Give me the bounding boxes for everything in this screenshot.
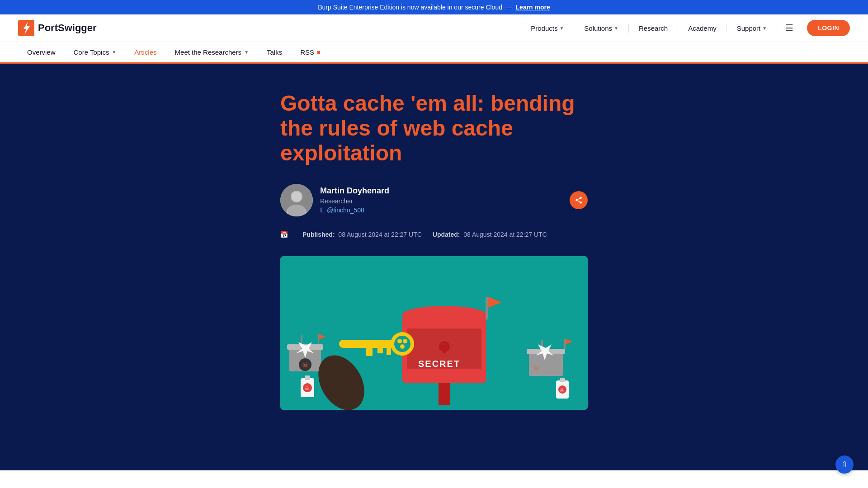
subnav-core-topics[interactable]: Core Topics ▼ [65, 42, 126, 64]
author-name[interactable]: Martin Doyhenard [320, 186, 389, 196]
article-image: ☠ SECRET [280, 256, 588, 410]
svg-rect-23 [443, 347, 446, 353]
nav-support[interactable]: Support ▼ [732, 22, 771, 35]
login-button[interactable]: LOGIN [807, 20, 850, 36]
nav-separator-3 [678, 23, 678, 33]
announcement-text: Burp Suite Enterprise Edition is now ava… [318, 4, 502, 11]
calendar-icon: 📅 [280, 231, 288, 238]
author-twitter-handle: @tincho_508 [327, 206, 364, 214]
svg-point-38 [394, 336, 410, 352]
svg-rect-50 [560, 378, 565, 382]
site-header: PortSwigger Products ▼ Solutions ▼ Resea… [0, 14, 868, 42]
author-section: Martin Doyhenard Researcher 𝕃 @tincho_50… [280, 184, 588, 216]
svg-line-10 [577, 201, 580, 202]
nav-separator-2 [628, 23, 629, 33]
article-image-wrapper: ☠ SECRET [262, 256, 606, 410]
logo[interactable]: PortSwigger [18, 20, 97, 36]
svg-point-42 [397, 339, 402, 343]
author-twitter-link[interactable]: 𝕃 @tincho_508 [320, 206, 389, 214]
svg-point-5 [292, 192, 302, 202]
article-meta: 📅 Published: 08 August 2024 at 22:27 UTC… [280, 231, 588, 238]
chevron-up-icon: ⇧ [841, 460, 848, 469]
svg-text:☠: ☠ [533, 364, 540, 371]
announcement-link[interactable]: Learn more [516, 4, 550, 11]
solutions-chevron-icon: ▼ [614, 26, 618, 31]
products-chevron-icon: ▼ [559, 26, 564, 31]
scroll-to-top-button[interactable]: ⇧ [835, 455, 854, 470]
svg-point-43 [403, 339, 407, 343]
article-title: Gotta cache 'em all: bending the rules o… [280, 91, 588, 166]
rss-icon: ■ [317, 49, 321, 56]
svg-rect-36 [339, 340, 398, 348]
svg-point-44 [400, 344, 405, 349]
svg-text:☠: ☠ [305, 385, 309, 391]
article-header: Gotta cache 'em all: bending the rules o… [262, 91, 606, 238]
svg-point-25 [402, 306, 486, 324]
mailbox-illustration: ☠ SECRET [280, 256, 588, 410]
svg-text:SECRET: SECRET [418, 359, 460, 369]
svg-rect-46 [305, 375, 310, 380]
svg-rect-18 [318, 334, 319, 344]
logo-icon [18, 20, 34, 36]
nav-research[interactable]: Research [634, 22, 672, 35]
svg-rect-27 [486, 297, 488, 319]
svg-point-8 [576, 199, 578, 201]
author-role: Researcher [320, 197, 389, 205]
nav-solutions[interactable]: Solutions ▼ [580, 22, 623, 35]
subnav-meet-researchers[interactable]: Meet the Researchers ▼ [166, 42, 258, 64]
main-content: Gotta cache 'em all: bending the rules o… [0, 64, 868, 470]
svg-rect-33 [564, 339, 566, 349]
twitter-icon: 𝕃 [320, 206, 324, 214]
nav-separator-1 [574, 23, 574, 33]
svg-rect-26 [439, 383, 450, 405]
author-details: Martin Doyhenard Researcher 𝕃 @tincho_50… [320, 186, 389, 214]
published-label: Published: 08 August 2024 at 22:27 UTC [302, 231, 422, 238]
article-illustration: ☠ SECRET [280, 256, 588, 410]
main-nav: Products ▼ Solutions ▼ Research Academy … [526, 20, 850, 36]
svg-rect-41 [387, 348, 391, 355]
subnav-articles[interactable]: Articles [125, 42, 165, 64]
core-topics-chevron-icon: ▼ [112, 50, 116, 55]
share-icon [575, 196, 583, 204]
updated-label: Updated: 08 August 2024 at 22:27 UTC [433, 231, 547, 238]
avatar-image [280, 184, 313, 216]
svg-text:☠: ☠ [302, 361, 308, 369]
nav-academy[interactable]: Academy [684, 22, 721, 35]
share-button[interactable] [570, 191, 588, 209]
sub-nav: Overview Core Topics ▼ Articles Meet the… [0, 42, 868, 64]
author-avatar [280, 184, 313, 216]
svg-line-11 [577, 198, 580, 199]
meet-researchers-chevron-icon: ▼ [244, 50, 249, 55]
subnav-talks[interactable]: Talks [258, 42, 291, 64]
nav-separator-4 [726, 23, 727, 33]
announcement-banner: Burp Suite Enterprise Edition is now ava… [0, 0, 868, 14]
svg-rect-40 [377, 348, 383, 353]
announcement-separator: — [506, 4, 512, 11]
subnav-rss[interactable]: RSS ■ [291, 42, 330, 64]
svg-rect-39 [366, 348, 373, 356]
nav-separator-5 [777, 23, 777, 33]
author-info: Martin Doyhenard Researcher 𝕃 @tincho_50… [280, 184, 389, 216]
subnav-overview[interactable]: Overview [18, 42, 65, 64]
hamburger-icon[interactable]: ☰ [783, 20, 796, 36]
logo-text: PortSwigger [38, 22, 97, 34]
svg-point-7 [580, 197, 582, 199]
nav-products[interactable]: Products ▼ [526, 22, 568, 35]
svg-point-9 [580, 202, 582, 204]
svg-text:☠: ☠ [560, 387, 564, 393]
support-chevron-icon: ▼ [762, 26, 767, 31]
